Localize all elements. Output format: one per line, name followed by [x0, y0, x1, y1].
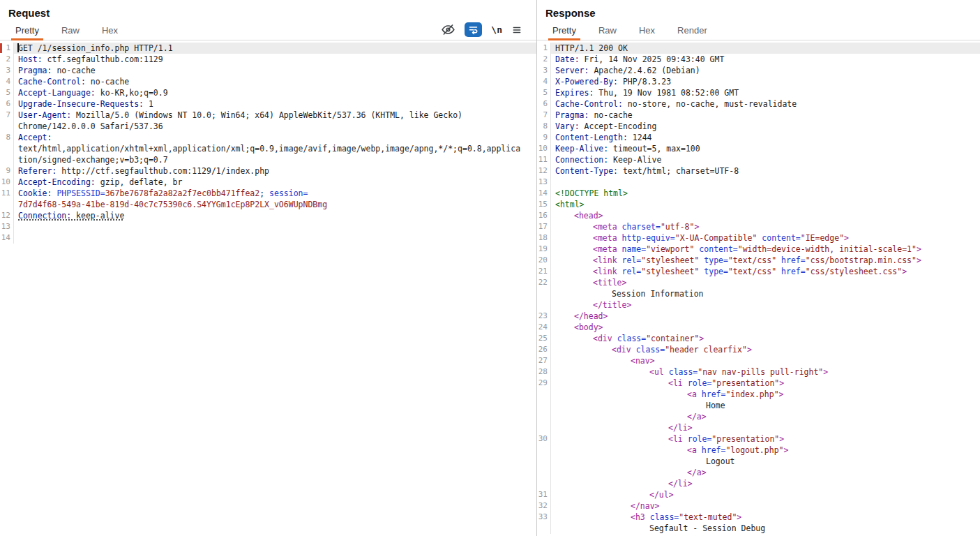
code-line: 9Referer: http://ctf.segfaulthub.com:112…: [0, 165, 536, 177]
gutter-mark: [0, 43, 2, 53]
code-line: <a href="index.php">: [537, 389, 980, 400]
line-number: [537, 523, 551, 534]
code-line: 2Date: Fri, 14 Nov 2025 09:43:40 GMT: [537, 54, 980, 65]
code-line: 32</nav>: [537, 500, 980, 512]
line-number: 6: [0, 98, 14, 110]
code-line: 10Accept-Encoding: gzip, deflate, br: [0, 177, 536, 188]
line-number: 10: [0, 177, 14, 188]
line-content: Server: Apache/2.4.62 (Debian): [551, 65, 980, 76]
code-line: 5Expires: Thu, 19 Nov 1981 08:52:00 GMT: [537, 87, 980, 98]
code-line: 24<body>: [537, 322, 980, 333]
code-line: 31</ul>: [537, 489, 980, 500]
code-line: 12Connection: keep-alive: [0, 210, 536, 221]
response-tab-hex[interactable]: Hex: [637, 22, 657, 40]
line-content: 7d7d4f68-549a-41be-819d-40c7c75390c6.S4Y…: [14, 199, 536, 210]
code-line: text/html,application/xhtml+xml,applicat…: [0, 143, 536, 154]
line-number: 7: [0, 110, 14, 121]
line-content: [14, 221, 536, 232]
line-content: Segfault - Session Debug: [551, 523, 980, 534]
line-number: 29: [537, 378, 551, 389]
code-line: 14<!DOCTYPE html>: [537, 188, 980, 199]
line-content: Cache-Control: no-cache: [14, 76, 536, 87]
line-number: 4: [0, 76, 14, 87]
line-content: <!DOCTYPE html>: [551, 188, 980, 199]
code-line: 22<title>: [537, 277, 980, 288]
line-number: 7: [537, 110, 551, 121]
line-number: 32: [537, 500, 551, 512]
code-line: </li>: [537, 422, 980, 433]
line-content: Content-Length: 1244: [551, 132, 980, 143]
line-content: <meta http-equiv="X-UA-Compatible" conte…: [551, 232, 980, 244]
line-content: Host: ctf.segfaulthub.com:1129: [14, 54, 536, 65]
code-line: 11Connection: Keep-Alive: [537, 154, 980, 165]
line-number: 1: [537, 43, 551, 54]
code-line: 23</head>: [537, 311, 980, 322]
code-line: 10Keep-Alive: timeout=5, max=100: [537, 143, 980, 154]
line-content: Cache-Control: no-store, no-cache, must-…: [551, 98, 980, 110]
code-line: Logout: [537, 456, 980, 467]
code-line: 6Cache-Control: no-store, no-cache, must…: [537, 98, 980, 110]
line-number: 22: [537, 277, 551, 288]
line-content: Accept-Encoding: gzip, deflate, br: [14, 177, 536, 188]
code-line: 13: [537, 177, 980, 188]
request-editor-controls: \n: [441, 22, 532, 40]
line-number: 15: [537, 199, 551, 210]
text-caret: [17, 43, 19, 52]
line-number: 11: [0, 188, 14, 199]
code-line: </a>: [537, 411, 980, 422]
response-editor[interactable]: 1HTTP/1.1 200 OK2Date: Fri, 14 Nov 2025 …: [537, 40, 980, 536]
request-panel: Request PrettyRawHex: [0, 0, 537, 536]
line-number: [537, 400, 551, 411]
code-line: 28<ul class="nav nav-pills pull-right">: [537, 366, 980, 378]
line-content: Connection: Keep-Alive: [551, 154, 980, 165]
line-number: 8: [0, 132, 14, 143]
code-line: 19<meta name="viewport" content="width=d…: [537, 244, 980, 255]
line-content: <meta charset="utf-8">: [551, 221, 980, 232]
line-content: <link rel="stylesheet" type="text/css" h…: [551, 255, 980, 266]
code-line: 4X-Powered-By: PHP/8.3.23: [537, 76, 980, 87]
code-line: 26<div class="header clearfix">: [537, 344, 980, 355]
line-content: <title>: [551, 277, 980, 288]
response-tab-render[interactable]: Render: [675, 22, 709, 40]
code-line: 8Vary: Accept-Encoding: [537, 121, 980, 132]
line-content: Upgrade-Insecure-Requests: 1: [14, 98, 536, 110]
line-content: Referer: http://ctf.segfaulthub.com:1129…: [14, 165, 536, 177]
line-content: Session Information: [551, 288, 980, 299]
line-content: </li>: [551, 422, 980, 433]
line-number: 21: [537, 266, 551, 277]
request-tab-raw[interactable]: Raw: [59, 22, 82, 40]
line-content: <li role="presentation">: [551, 378, 980, 389]
code-line: </title>: [537, 299, 980, 311]
message-editor: Request PrettyRawHex: [0, 0, 980, 536]
line-number: [537, 422, 551, 433]
code-line: 12Content-Type: text/html; charset=UTF-8: [537, 165, 980, 177]
response-tab-pretty[interactable]: Pretty: [550, 22, 578, 40]
request-title: Request: [0, 0, 536, 22]
line-number: 5: [0, 87, 14, 98]
menu-icon[interactable]: [511, 25, 522, 35]
line-number: [0, 143, 14, 154]
hidden-eye-icon[interactable]: [441, 22, 455, 37]
line-content: Content-Type: text/html; charset=UTF-8: [551, 165, 980, 177]
request-tab-pretty[interactable]: Pretty: [13, 22, 41, 40]
line-number: 1: [0, 43, 14, 54]
line-content: <div class="header clearfix">: [551, 344, 980, 355]
line-number: 20: [537, 255, 551, 266]
line-number: 25: [537, 333, 551, 344]
wrap-lines-icon[interactable]: [465, 22, 482, 37]
line-number: 10: [537, 143, 551, 154]
response-tab-raw[interactable]: Raw: [596, 22, 619, 40]
line-content: Accept:: [14, 132, 536, 143]
request-tab-hex[interactable]: Hex: [100, 22, 120, 40]
code-line: 21<link rel="stylesheet" type="text/css"…: [537, 266, 980, 277]
code-line: 9Content-Length: 1244: [537, 132, 980, 143]
request-editor[interactable]: 1GET /1/session_info.php HTTP/1.12Host: …: [0, 40, 536, 536]
code-line: 4Cache-Control: no-cache: [0, 76, 536, 87]
code-line: 3Pragma: no-cache: [0, 65, 536, 76]
line-content: Expires: Thu, 19 Nov 1981 08:52:00 GMT: [551, 87, 980, 98]
newline-icon[interactable]: \n: [491, 24, 502, 35]
line-number: 3: [537, 65, 551, 76]
line-number: 13: [537, 177, 551, 188]
line-content: </a>: [551, 411, 980, 422]
code-line: </a>: [537, 467, 980, 478]
